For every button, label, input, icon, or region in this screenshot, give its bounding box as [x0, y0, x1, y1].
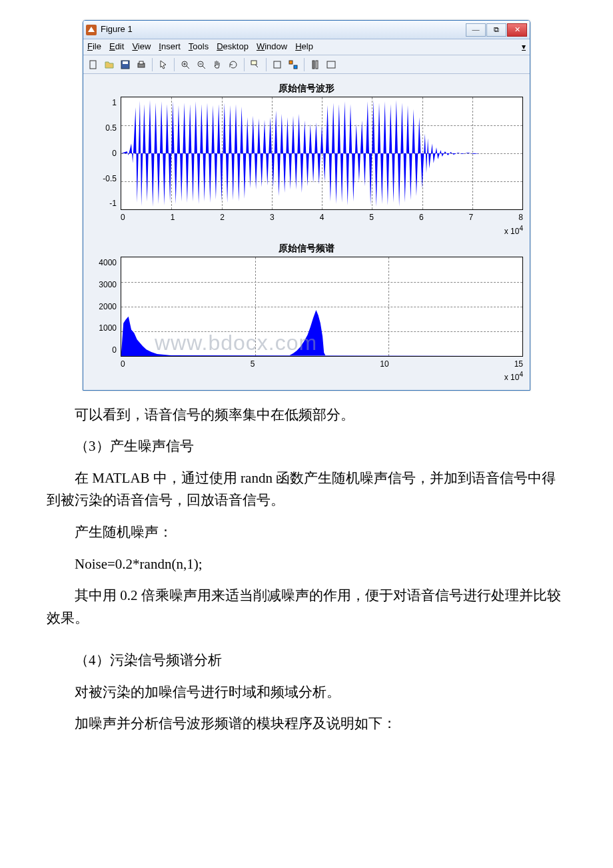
pan-icon[interactable] — [210, 57, 225, 72]
chart2-yticks: 4000 3000 2000 1000 0 — [90, 257, 121, 357]
subplot-spectrum: 原始信号频谱 4000 3000 2000 1000 0 — [90, 241, 523, 385]
plot-area: 原始信号波形 1 0.5 0 -0.5 -1 — [83, 74, 530, 390]
paragraph: 可以看到，语音信号的频率集中在低频部分。 — [47, 404, 566, 427]
window-title: Figure 1 — [101, 23, 466, 37]
code-line: Noise=0.2*randn(n,1); — [47, 553, 566, 576]
svg-rect-12 — [251, 61, 257, 65]
svg-rect-4 — [139, 61, 143, 64]
section-heading-4: （4）污染信号频谱分析 — [47, 649, 566, 672]
chart2-axes[interactable]: www.bdocx.com — [121, 257, 523, 357]
link-icon[interactable] — [286, 57, 301, 72]
paragraph: 产生随机噪声： — [47, 521, 566, 544]
menu-dropdown-icon[interactable]: ▾ — [522, 41, 526, 53]
paragraph: 在 MATLAB 中，通过使用 randn 函数产生随机噪声信号，并加到语音信号… — [47, 467, 566, 512]
svg-rect-14 — [274, 61, 281, 68]
paragraph: 对被污染的加噪信号进行时域和频域分析。 — [47, 681, 566, 704]
svg-rect-2 — [123, 61, 128, 64]
svg-rect-19 — [327, 61, 335, 68]
rotate-icon[interactable] — [226, 57, 241, 72]
zoom-out-icon[interactable] — [194, 57, 209, 72]
app-icon — [86, 25, 97, 35]
chart2-xexp: x 104 — [90, 369, 523, 384]
menu-bar[interactable]: File Edit View Insert Tools Desktop Wind… — [83, 39, 530, 55]
datacursor-icon[interactable] — [248, 57, 263, 72]
subplot-waveform: 原始信号波形 1 0.5 0 -0.5 -1 — [90, 81, 523, 238]
chart1-axes[interactable] — [121, 97, 523, 210]
paragraph: 加噪声并分析信号波形频谱的模块程序及说明如下： — [47, 713, 566, 735]
zoom-in-icon[interactable] — [178, 57, 193, 72]
svg-rect-16 — [294, 65, 297, 69]
svg-rect-18 — [316, 61, 318, 69]
chart1-xexp: x 104 — [90, 223, 523, 238]
new-figure-icon[interactable] — [86, 57, 101, 72]
svg-line-10 — [203, 66, 205, 69]
minimize-button[interactable]: — — [466, 23, 486, 37]
save-icon[interactable] — [118, 57, 133, 72]
print-icon[interactable] — [134, 57, 149, 72]
svg-rect-15 — [289, 61, 293, 64]
open-icon[interactable] — [102, 57, 117, 72]
close-button[interactable]: ✕ — [507, 23, 527, 37]
chart2-title: 原始信号频谱 — [90, 241, 523, 255]
maximize-button[interactable]: ⧉ — [486, 23, 506, 37]
pointer-icon[interactable] — [156, 57, 171, 72]
toolbar[interactable] — [83, 55, 530, 74]
menu-window[interactable]: Window — [257, 40, 287, 54]
section-heading-3: （3）产生噪声信号 — [47, 435, 566, 458]
menu-insert[interactable]: Insert — [159, 40, 181, 54]
window-titlebar[interactable]: Figure 1 — ⧉ ✕ — [83, 21, 530, 39]
menu-help[interactable]: Help — [295, 40, 313, 54]
colorbar-icon[interactable] — [308, 57, 322, 72]
menu-view[interactable]: View — [132, 40, 151, 54]
menu-edit[interactable]: Edit — [109, 40, 124, 54]
menu-desktop[interactable]: Desktop — [217, 40, 249, 54]
svg-rect-17 — [312, 61, 314, 69]
chart1-yticks: 1 0.5 0 -0.5 -1 — [90, 97, 121, 210]
legend-icon[interactable] — [324, 57, 338, 72]
chart1-title: 原始信号波形 — [90, 81, 523, 95]
paragraph: 其中用 0.2 倍乘噪声用来适当削减噪声的作用，便于对语音信号进行处理并比较效果… — [47, 585, 566, 629]
svg-line-6 — [187, 66, 189, 69]
svg-line-13 — [255, 65, 258, 67]
svg-rect-0 — [90, 61, 96, 69]
brush-icon[interactable] — [270, 57, 285, 72]
menu-tools[interactable]: Tools — [189, 40, 209, 54]
matlab-figure-window: Figure 1 — ⧉ ✕ File Edit View Insert Too… — [83, 20, 530, 391]
menu-file[interactable]: File — [87, 40, 101, 54]
watermark-text: www.bdocx.com — [155, 326, 317, 357]
